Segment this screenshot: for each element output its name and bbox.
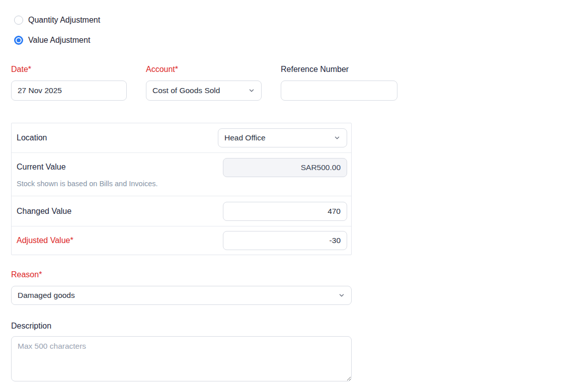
table-row-location: Location Head Office (12, 123, 351, 153)
reference-number-input[interactable] (281, 81, 397, 101)
account-select[interactable]: Cost of Goods Sold (146, 81, 262, 101)
table-row-current-value: Current Value Stock shown is based on Bi… (12, 153, 351, 196)
table-row-adjusted-value: Adjusted Value* (12, 226, 351, 255)
current-value-label-group: Current Value Stock shown is based on Bi… (17, 153, 223, 188)
stock-note-text: Stock shown is based on Bills and Invoic… (17, 180, 223, 188)
date-input[interactable] (11, 81, 127, 101)
location-label: Location (17, 133, 218, 142)
account-label: Account* (146, 64, 262, 74)
changed-value-input[interactable] (223, 202, 347, 221)
chevron-down-icon (338, 292, 345, 299)
chevron-down-icon (334, 134, 341, 141)
radio-option-value-adjustment[interactable]: Value Adjustment (14, 35, 565, 45)
radio-option-quantity-adjustment[interactable]: Quantity Adjustment (14, 15, 565, 25)
adjusted-value-label: Adjusted Value* (17, 236, 223, 245)
date-field-group: Date* (11, 64, 127, 101)
reason-select[interactable]: Damaged goods (11, 286, 352, 305)
radio-option-label[interactable]: Value Adjustment (28, 36, 90, 45)
current-value-readonly-input (223, 158, 347, 177)
radio-option-label[interactable]: Quantity Adjustment (28, 16, 100, 25)
reason-selected-value: Damaged goods (18, 291, 75, 300)
radio-selected-icon[interactable] (14, 36, 23, 45)
value-adjustment-form: Quantity Adjustment Value Adjustment Dat… (0, 0, 565, 392)
location-selected-value: Head Office (224, 133, 266, 142)
reference-field-group: Reference Number (281, 64, 397, 101)
description-textarea[interactable] (11, 336, 352, 381)
radio-unselected-icon[interactable] (14, 16, 23, 25)
reason-label: Reason* (11, 270, 352, 279)
value-adjustment-table: Location Head Office Current Value Stock… (11, 123, 352, 255)
location-select[interactable]: Head Office (218, 128, 347, 147)
chevron-down-icon (248, 87, 255, 94)
header-fields-row: Date* Account* Cost of Goods Sold Refere… (11, 64, 565, 101)
date-label: Date* (11, 64, 127, 74)
adjusted-value-input[interactable] (223, 231, 347, 250)
current-value-label: Current Value (17, 163, 66, 171)
description-label: Description (11, 321, 352, 331)
reason-field-group: Reason* Damaged goods (11, 270, 352, 305)
table-row-changed-value: Changed Value (12, 196, 351, 226)
reference-number-label: Reference Number (281, 64, 397, 74)
account-selected-value: Cost of Goods Sold (152, 86, 220, 95)
account-field-group: Account* Cost of Goods Sold (146, 64, 262, 101)
adjustment-type-radio-group: Quantity Adjustment Value Adjustment (14, 15, 565, 45)
description-field-group: Description (11, 321, 352, 383)
changed-value-label: Changed Value (17, 207, 223, 216)
